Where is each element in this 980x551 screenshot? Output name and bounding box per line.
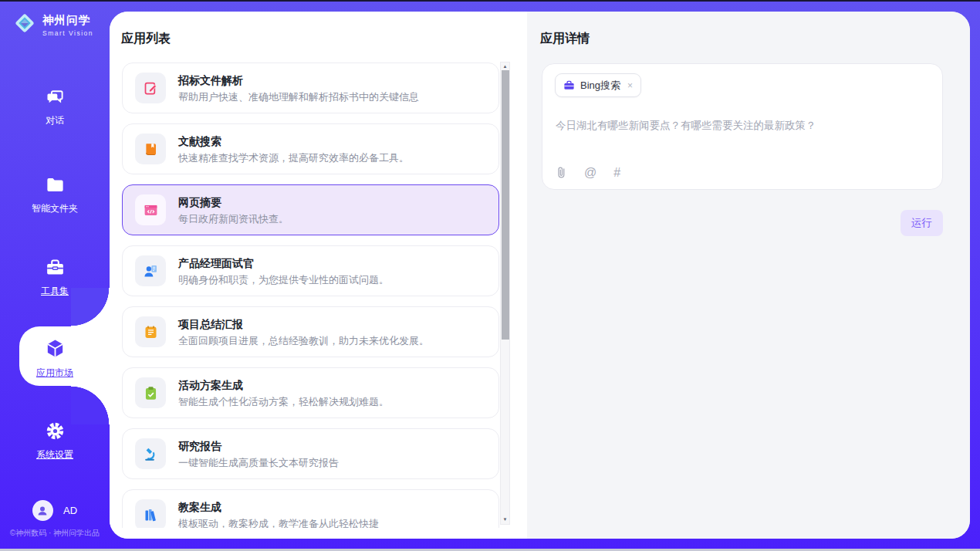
book-icon xyxy=(135,134,166,164)
sidebar-item-folders[interactable]: 智能文件夹 xyxy=(0,174,110,215)
app-card-6[interactable]: 活动方案生成智能生成个性化活动方案，轻松解决规划难题。 xyxy=(122,367,499,418)
sidebar-item-tools[interactable]: 工具集 xyxy=(0,257,110,298)
sidebar-item-chat[interactable]: 对话 xyxy=(0,86,110,127)
report-note-icon xyxy=(135,316,166,347)
user-name: AD xyxy=(63,505,77,516)
app-card-description: 快速精准查找学术资源，提高研究效率的必备工具。 xyxy=(178,151,409,164)
copyright-footer: ©神州数码 · 神州问学出品 xyxy=(0,528,110,539)
webpage-code-icon xyxy=(135,194,166,225)
scrollbar-down-arrow-icon[interactable]: ▼ xyxy=(501,516,509,524)
query-text[interactable]: 今日湖北有哪些新闻要点？有哪些需要关注的最新政策？ xyxy=(556,118,930,133)
app-card-title: 网页摘要 xyxy=(178,195,289,209)
scrollbar-thumb[interactable] xyxy=(502,70,509,340)
app-card-5[interactable]: 项目总结汇报全面回顾项目进展，总结经验教训，助力未来优化发展。 xyxy=(122,306,499,357)
app-list-title: 应用列表 xyxy=(121,31,171,47)
run-button[interactable]: 运行 xyxy=(901,210,943,236)
folder-icon xyxy=(45,174,66,196)
app-detail-title: 应用详情 xyxy=(540,31,590,47)
edit-document-icon xyxy=(135,73,166,103)
app-card-title: 项目总结汇报 xyxy=(178,317,429,331)
brand-logo: 神州问学 Smart Vision xyxy=(12,11,93,39)
sidebar-item-settings[interactable]: 系统设置 xyxy=(0,421,110,461)
chip-close-icon[interactable]: × xyxy=(627,80,633,91)
app-card-title: 文献搜索 xyxy=(178,134,409,148)
window-top-edge xyxy=(0,0,980,2)
sidebar-item-label: 应用市场 xyxy=(0,367,110,380)
microscope-icon xyxy=(135,438,166,469)
paperclip-icon[interactable] xyxy=(556,166,567,179)
sidebar: 神州问学 Smart Vision 对话智能文件夹工具集应用市场系统设置 AD … xyxy=(0,0,110,551)
sidebar-item-label: 智能文件夹 xyxy=(0,202,110,215)
user-icon xyxy=(36,505,49,517)
app-card-8[interactable]: 教案生成模板驱动，教案秒成，教学准备从此轻松快捷 xyxy=(122,489,499,528)
app-card-2[interactable]: 文献搜索快速精准查找学术资源，提高研究效率的必备工具。 xyxy=(122,123,499,174)
brand-gem-icon xyxy=(12,11,37,39)
cube-icon xyxy=(44,337,66,359)
sidebar-item-label: 系统设置 xyxy=(0,448,110,461)
app-card-1[interactable]: 招标文件解析帮助用户快速、准确地理解和解析招标书中的关键信息 xyxy=(122,63,499,113)
hash-icon[interactable]: # xyxy=(613,167,620,179)
app-card-title: 招标文件解析 xyxy=(178,73,419,87)
active-tab-flare-bottom xyxy=(71,386,110,424)
brand-subtitle: Smart Vision xyxy=(42,29,93,37)
tool-chip-label: Bing搜索 xyxy=(580,79,620,93)
app-card-description: 智能生成个性化活动方案，轻松解决规划难题。 xyxy=(178,395,389,408)
user-account[interactable]: AD xyxy=(0,500,110,521)
app-card-description: 模板驱动，教案秒成，教学准备从此轻松快捷 xyxy=(178,517,379,529)
app-list-scroll-area: 招标文件解析帮助用户快速、准确地理解和解析招标书中的关键信息文献搜索快速精准查找… xyxy=(122,63,499,528)
app-card-title: 活动方案生成 xyxy=(178,378,389,392)
toolbox-icon xyxy=(45,257,66,279)
app-card-title: 产品经理面试官 xyxy=(178,256,389,270)
books-icon xyxy=(135,499,166,528)
app-card-description: 每日政府新闻资讯快查。 xyxy=(178,212,289,225)
sidebar-item-market[interactable]: 应用市场 xyxy=(0,337,110,380)
avatar xyxy=(32,500,53,521)
chat-icon xyxy=(45,86,66,108)
prompt-input-card[interactable]: Bing搜索 × 今日湖北有哪些新闻要点？有哪些需要关注的最新政策？ @ # xyxy=(542,63,943,190)
sidebar-item-label: 对话 xyxy=(0,114,110,127)
briefcase-icon xyxy=(563,79,575,91)
app-card-title: 教案生成 xyxy=(178,500,379,514)
app-card-description: 明确身份和职责，为您提供专业性的面试问题。 xyxy=(178,273,389,286)
attachment-toolbar: @ # xyxy=(556,166,620,179)
interviewer-icon xyxy=(135,255,166,286)
app-card-7[interactable]: 研究报告一键智能生成高质量长文本研究报告 xyxy=(122,428,499,479)
main-container: 应用列表 招标文件解析帮助用户快速、准确地理解和解析招标书中的关键信息文献搜索快… xyxy=(110,12,970,539)
at-sign-icon[interactable]: @ xyxy=(584,167,596,179)
sidebar-item-label: 工具集 xyxy=(0,285,110,298)
app-card-description: 一键智能生成高质量长文本研究报告 xyxy=(178,456,339,469)
scrollbar[interactable]: ▲ ▼ xyxy=(500,62,510,525)
tool-chip-bing-search[interactable]: Bing搜索 × xyxy=(555,73,641,97)
brand-name: 神州问学 xyxy=(42,14,90,26)
app-card-description: 全面回顾项目进展，总结经验教训，助力未来优化发展。 xyxy=(178,334,429,347)
app-list-panel: 应用列表 招标文件解析帮助用户快速、准确地理解和解析招标书中的关键信息文献搜索快… xyxy=(110,12,527,539)
app-card-title: 研究报告 xyxy=(178,439,339,453)
app-card-description: 帮助用户快速、准确地理解和解析招标书中的关键信息 xyxy=(178,90,419,103)
clipboard-check-icon xyxy=(135,377,166,408)
app-card-3[interactable]: 网页摘要每日政府新闻资讯快查。 xyxy=(122,184,499,235)
app-card-4[interactable]: 产品经理面试官明确身份和职责，为您提供专业性的面试问题。 xyxy=(122,245,499,296)
gear-icon xyxy=(45,421,66,442)
app-detail-panel: 应用详情 Bing搜索 × 今日湖北有哪些新闻要点？有哪些需要关注的最新政策？ … xyxy=(527,12,970,539)
